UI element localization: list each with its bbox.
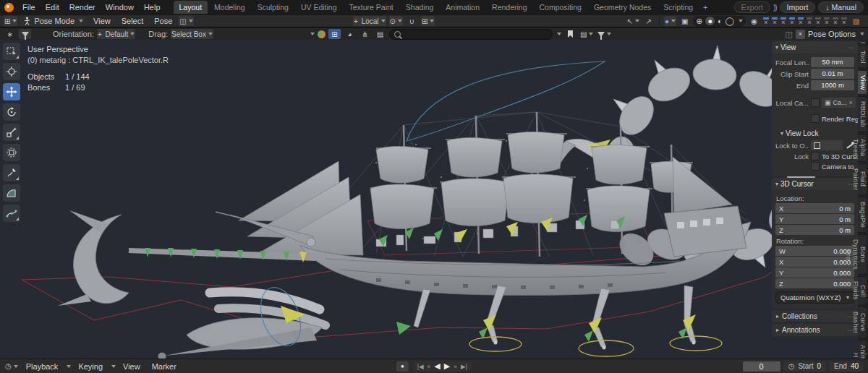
cursor-rotation-y[interactable]: Y0.000 — [775, 267, 854, 278]
viewport[interactable]: User Perspective (0) metarig : CTRL_IK_t… — [0, 40, 868, 359]
sidebar-tab-fluid-painter[interactable]: Fluid Painter — [858, 163, 867, 196]
menu-help[interactable]: Help — [140, 1, 165, 13]
sidebar-tab-curve-basher[interactable]: Curve Basher — [858, 306, 867, 338]
addon-image-button[interactable]: ▨ — [850, 16, 862, 26]
clip-start-field[interactable]: 0.01 m — [811, 69, 854, 79]
layers-dropdown[interactable]: ▤ — [579, 29, 594, 39]
sidebar-tab-bagapie[interactable]: BagaPie — [858, 197, 867, 233]
prev-keyframe-button[interactable]: « — [427, 363, 431, 370]
keying-menu[interactable]: Keying — [74, 361, 107, 372]
timeline-view-menu[interactable]: View — [119, 361, 145, 372]
xray-toggle[interactable]: ▣ — [678, 16, 691, 26]
view-panel-header[interactable]: ▾ View ⋯ — [772, 41, 858, 53]
snap-target-button[interactable]: ⊞ — [421, 16, 435, 26]
editor-type-button[interactable]: ⊞ — [4, 16, 17, 26]
bone-layer-toggle[interactable]: × — [780, 17, 787, 25]
timeline-editor-type-button[interactable]: ◷ — [4, 361, 19, 372]
panel-menu-icon[interactable]: ⋯ — [848, 44, 854, 51]
shading-dropdown[interactable] — [739, 20, 743, 22]
gizmo-sphere-button[interactable]: ● — [664, 16, 676, 26]
local-camera-checkbox[interactable] — [811, 98, 820, 107]
tool-measure[interactable] — [3, 184, 20, 202]
overlay-dropdown[interactable] — [310, 33, 315, 35]
workspace-tab-uv-editing[interactable]: UV Editing — [295, 1, 343, 14]
end-frame-field[interactable]: End40 — [829, 361, 864, 372]
render-region-checkbox[interactable] — [811, 114, 820, 123]
sidebar-tab-rbdlab[interactable]: RBDLab — [858, 96, 867, 132]
workspace-tab-sculpting[interactable]: Sculpting — [252, 1, 294, 14]
workspace-tab-compositing[interactable]: Compositing — [534, 1, 587, 14]
material-shading-button[interactable]: ◐ — [718, 17, 723, 25]
focal-length-field[interactable]: 50 mm — [811, 57, 854, 67]
select-tool-dropdown[interactable]: ↖ — [626, 16, 640, 26]
pose-extra-button[interactable]: ◫ — [179, 16, 193, 26]
users-toggle[interactable]: ⋔ — [359, 29, 371, 39]
orientation-value-dropdown[interactable]: + Default — [97, 29, 135, 39]
cursor-location-x[interactable]: X0 m — [775, 203, 854, 213]
bookmark-button[interactable] — [564, 29, 576, 39]
mode-selector[interactable]: Pose Mode — [20, 16, 87, 26]
bone-layer-toggle[interactable]: × — [762, 17, 770, 25]
menu-viewport-pose[interactable]: Pose — [150, 16, 176, 26]
marker-menu[interactable]: Marker — [148, 361, 181, 372]
tool-scale[interactable] — [3, 124, 20, 141]
pivot-point-button[interactable]: ⊙ — [389, 16, 403, 26]
cursor-panel-header[interactable]: ▾ 3D Cursor ⋯ — [772, 178, 858, 190]
bone-layer-toggle[interactable]: × — [841, 17, 848, 25]
contrast-toggle[interactable]: ◕ — [344, 29, 356, 39]
filter-button[interactable] — [19, 29, 31, 39]
overlay-eye-button[interactable]: ◉ — [748, 16, 760, 26]
play-button[interactable]: ▶ — [444, 361, 450, 371]
material-sphere-icon[interactable] — [318, 30, 326, 38]
playback-menu[interactable]: Playback — [22, 361, 63, 372]
sidebar-tab-cell-fluids[interactable]: Cell Fluids — [858, 276, 867, 305]
tool-transform[interactable] — [3, 144, 20, 161]
sidebar-tab-tool[interactable]: Tool — [858, 46, 867, 69]
filter-dropdown[interactable] — [597, 29, 612, 39]
next-keyframe-button[interactable]: » — [454, 363, 457, 370]
tool-move[interactable] — [3, 83, 20, 100]
menu-file[interactable]: File — [18, 1, 40, 13]
sidebar-tab-view[interactable]: View — [858, 70, 867, 95]
workspace-tab-geometry-nodes[interactable]: Geometry Nodes — [588, 1, 657, 14]
bone-layer-toggle[interactable]: × — [832, 17, 839, 25]
export-button[interactable]: Export — [734, 1, 770, 13]
pose-options-dropdown[interactable]: Pose Options — [808, 30, 856, 38]
tool-settings-gear-button[interactable]: ∗ — [4, 29, 16, 39]
manual-button[interactable]: ↓ Manual — [818, 1, 864, 13]
local-camera-field[interactable]: ▣Ca...× — [822, 98, 856, 108]
bone-layer-toggle[interactable]: × — [814, 17, 822, 25]
camera-to-view-checkbox[interactable] — [811, 162, 820, 171]
jump-to-end-button[interactable]: ▶| — [461, 363, 467, 370]
orientation-dropdown[interactable]: + Local — [353, 16, 386, 26]
sidebar-tab-alpha-trees[interactable]: Alpha Trees — [858, 134, 867, 162]
layers-toggle[interactable]: ▤ — [374, 29, 386, 39]
workspace-tab-animation[interactable]: Animation — [440, 1, 485, 14]
tool-rotate[interactable] — [3, 103, 20, 121]
menu-edit[interactable]: Edit — [41, 1, 64, 13]
bone-layer-toggle[interactable]: × — [823, 17, 830, 25]
view-lock-subpanel-header[interactable]: ▾View Lock — [772, 127, 858, 139]
tool-select-box[interactable] — [3, 43, 20, 60]
workspace-tab-shading[interactable]: Shading — [400, 1, 440, 14]
menu-viewport-view[interactable]: View — [89, 16, 115, 26]
lock-3d-cursor-checkbox[interactable] — [811, 152, 820, 160]
import-button[interactable]: Import — [780, 1, 816, 13]
workspace-tab-modeling[interactable]: Modeling — [208, 1, 251, 14]
solid-shading-button[interactable]: ● — [705, 17, 715, 25]
sidebar-tab-anime[interactable]: Anime H — [858, 340, 867, 359]
drag-value-dropdown[interactable]: Select Box — [171, 29, 213, 39]
proportional-edit-button[interactable]: ↗ — [642, 16, 655, 26]
cursor-location-z[interactable]: Z0 m — [775, 225, 854, 235]
clear-icon[interactable]: × — [849, 99, 853, 106]
jump-to-start-button[interactable]: |◀ — [417, 363, 424, 370]
annotations-panel-header[interactable]: ▸Annotations⋯ — [772, 324, 858, 336]
add-workspace-button[interactable]: + — [699, 1, 711, 13]
play-reverse-button[interactable]: ◀ — [434, 361, 440, 371]
start-frame-field[interactable]: ◷Start0 — [783, 361, 826, 372]
current-frame-field[interactable]: 0 — [743, 361, 780, 372]
clear-button[interactable]: × — [796, 30, 805, 39]
menu-viewport-select[interactable]: Select — [117, 16, 148, 26]
cursor-location-y[interactable]: Y0 m — [775, 214, 854, 224]
bone-layer-toggle[interactable]: × — [788, 17, 796, 25]
